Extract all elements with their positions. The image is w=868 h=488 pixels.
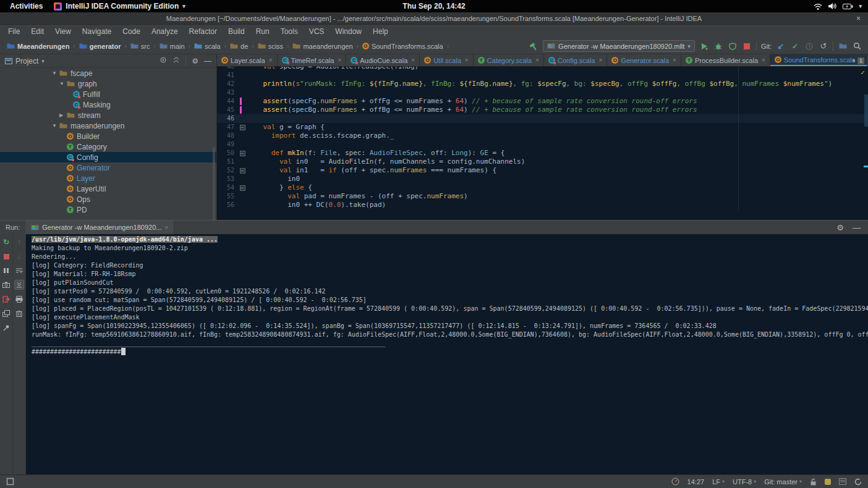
git-update-button[interactable]: ↙ — [776, 41, 786, 51]
tree-expand-icon[interactable]: ▼ — [52, 123, 59, 128]
breadcrumb-scala[interactable]: scala — [192, 42, 223, 51]
tree-expand-icon[interactable]: ▼ — [59, 81, 67, 86]
lock-icon[interactable] — [810, 478, 817, 486]
tree-item-ops[interactable]: OOps — [0, 194, 216, 204]
exit-icon[interactable] — [1, 294, 11, 304]
tree-item-stream[interactable]: ▶ stream — [0, 110, 216, 120]
tab-generator-scala[interactable]: OGenerator.scala × — [607, 54, 681, 66]
menu-tools[interactable]: Tools — [275, 25, 304, 38]
clear-all-icon[interactable] — [14, 308, 24, 318]
rerun-icon[interactable]: ↻ — [1, 237, 11, 247]
project-panel-title[interactable]: Project ▾ — [5, 57, 45, 65]
run-button[interactable] — [699, 41, 709, 51]
tree-item-layerutil[interactable]: OLayerUtil — [0, 183, 216, 194]
gear-icon[interactable]: ⚙ — [836, 223, 844, 232]
menu-view[interactable]: View — [49, 25, 77, 38]
git-history-button[interactable] — [804, 41, 814, 51]
tree-item-builder[interactable]: OBuilder — [0, 131, 216, 141]
breadcrumb-src[interactable]: src — [129, 42, 152, 51]
gear-icon[interactable]: ⚙ — [192, 57, 198, 65]
minimize-panel-icon[interactable]: — — [853, 223, 861, 232]
run-configuration-select[interactable]: Generator -w Maeanderungen180920.mllt ▾ — [543, 40, 695, 52]
status-time[interactable]: 14:27 — [687, 478, 705, 486]
print-icon[interactable] — [14, 294, 24, 304]
tab-audiocue-scala[interactable]: CAudioCue.scala × — [346, 54, 420, 66]
stop-button[interactable] — [742, 41, 752, 51]
inspections-status-icon[interactable]: ✓ — [861, 69, 866, 76]
fold-marker[interactable]: − — [238, 183, 247, 192]
memory-indicator-icon[interactable] — [839, 478, 846, 485]
fold-marker[interactable]: − — [238, 166, 247, 175]
system-tray[interactable]: ▾ — [814, 2, 868, 10]
collapse-all-icon[interactable] — [172, 56, 180, 65]
tab-processbuilder-scala[interactable]: TProcessBuilder.scala × — [681, 54, 770, 66]
run-console[interactable]: /usr/lib/jvm/java-1.8.0-openjdk-amd64/bi… — [26, 234, 868, 474]
breadcrumb-generator[interactable]: generator — [77, 42, 123, 51]
git-commit-button[interactable]: ✓ — [790, 41, 800, 51]
down-arrow-icon[interactable]: ↓ — [14, 251, 24, 261]
tab-close-icon[interactable]: × — [411, 57, 415, 64]
breadcrumb-maeanderungen[interactable]: Maeanderungen — [5, 42, 71, 51]
tab-close-icon[interactable]: × — [762, 57, 765, 64]
thread-dump-icon[interactable] — [1, 280, 11, 290]
breadcrumb-sciss[interactable]: sciss — [256, 42, 285, 51]
stop-icon[interactable] — [1, 251, 11, 261]
scroll-to-end-icon[interactable] — [14, 280, 24, 290]
tree-item-fulfill[interactable]: CFulfill — [0, 89, 216, 99]
breadcrumb-soundtransforms-scala[interactable]: OSoundTransforms.scala — [360, 42, 445, 51]
activities-button[interactable]: Activities — [10, 2, 43, 11]
run-with-coverage-button[interactable] — [728, 41, 738, 51]
menu-file[interactable]: File — [2, 25, 25, 38]
up-arrow-icon[interactable]: ↑ — [14, 237, 24, 247]
background-tasks-icon[interactable] — [854, 478, 862, 486]
menu-run[interactable]: Run — [250, 25, 275, 38]
breadcrumb-maeanderungen[interactable]: maeanderungen — [291, 42, 354, 51]
console-settings-icon[interactable] — [1, 308, 11, 318]
toolwindow-toggle-icon[interactable] — [6, 477, 14, 486]
tree-item-config[interactable]: CConfig — [0, 152, 216, 162]
clock[interactable]: Thu Sep 20, 14:42 — [402, 0, 465, 12]
menu-build[interactable]: Build — [223, 25, 250, 38]
tree-item-generator[interactable]: OGenerator — [0, 162, 216, 173]
tree-item-fscape[interactable]: ▼ fscape — [0, 68, 216, 78]
tab-close-icon[interactable]: × — [269, 57, 273, 64]
hidden-tabs-button[interactable]: ▾1 — [852, 54, 864, 67]
breadcrumb-main[interactable]: main — [158, 42, 187, 51]
git-rollback-button[interactable]: ↺ — [819, 41, 828, 51]
tab-close-icon[interactable]: × — [535, 57, 539, 64]
code-editor[interactable]: 40 val specBg = AudioFile.readSpec(fInBg… — [217, 67, 868, 210]
hide-panel-icon[interactable]: — — [204, 57, 211, 65]
project-tree[interactable]: ▼ fscape ▼ graph CFulfill CMasking ▶ str… — [0, 68, 216, 215]
git-branch-widget[interactable]: Git: master▾ — [764, 478, 802, 486]
build-hammer-icon[interactable] — [529, 41, 538, 51]
error-stripe-mark[interactable] — [864, 166, 868, 167]
tree-item-category[interactable]: TCategory — [0, 141, 216, 152]
tree-item-masking[interactable]: CMasking — [0, 99, 216, 110]
menu-analyze[interactable]: Analyze — [146, 25, 184, 38]
run-tab[interactable]: Generator -w Maeanderungen180920... × — [25, 221, 174, 234]
tab-util-scala[interactable]: OUtil.scala × — [420, 54, 473, 66]
tab-close-icon[interactable]: × — [599, 57, 603, 64]
encoding-widget[interactable]: UTF-8▾ — [733, 478, 756, 486]
menu-help[interactable]: Help — [367, 25, 394, 38]
soft-wrap-icon[interactable] — [14, 266, 24, 276]
menu-refactor[interactable]: Refactor — [184, 25, 223, 38]
folder-icon[interactable] — [838, 41, 848, 51]
tab-config-scala[interactable]: CConfig.scala × — [544, 54, 607, 66]
tab-close-icon[interactable]: × — [165, 224, 169, 231]
menu-vcs[interactable]: VCS — [304, 25, 330, 38]
highlighting-level-icon[interactable] — [825, 479, 831, 485]
tab-layer-scala[interactable]: OLayer.scala × — [217, 54, 278, 66]
fold-marker[interactable]: − — [238, 149, 247, 158]
project-scrollbar[interactable] — [213, 147, 215, 220]
fold-marker[interactable]: − — [238, 123, 247, 132]
locate-file-icon[interactable] — [160, 56, 167, 65]
menu-edit[interactable]: Edit — [25, 25, 49, 38]
line-separator-widget[interactable]: LF▾ — [712, 478, 725, 486]
app-menu[interactable]: IntelliJ IDEA Community Edition ▾ — [54, 2, 185, 11]
tab-timeref-scala[interactable]: CTimeRef.scala × — [278, 54, 347, 66]
search-icon[interactable] — [852, 41, 862, 51]
tree-item-layer[interactable]: OLayer — [0, 173, 216, 183]
editor-scrollbar[interactable] — [864, 95, 868, 127]
tree-expand-icon[interactable]: ▼ — [52, 70, 59, 76]
